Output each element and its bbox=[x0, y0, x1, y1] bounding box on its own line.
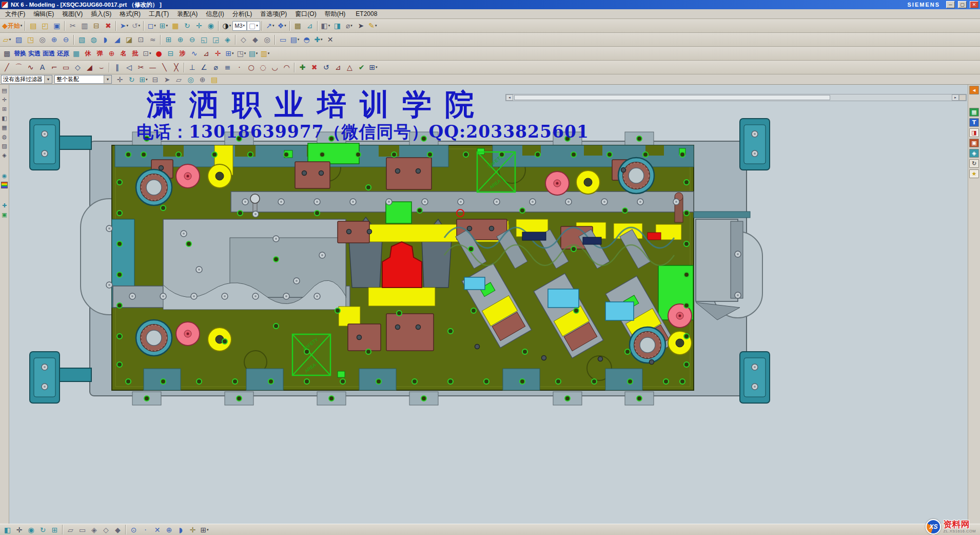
undo-sketch-button[interactable]: ↺ bbox=[320, 62, 332, 73]
hatch-tool-icon[interactable]: ▨ bbox=[1, 142, 9, 150]
new-file-button[interactable]: ▤ bbox=[27, 20, 39, 32]
delete-button[interactable]: ✖ bbox=[102, 20, 114, 32]
center-mark-button[interactable]: ⊕ bbox=[106, 48, 117, 60]
sketch-diamond-button[interactable]: ◇ bbox=[72, 62, 84, 73]
highlight-toggle[interactable]: ◎ bbox=[185, 73, 197, 85]
view-group-selector[interactable]: M3▾ bbox=[232, 21, 247, 31]
minimize-button[interactable]: ─ bbox=[946, 1, 955, 8]
sketch-wedge-button[interactable]: ◢ bbox=[84, 62, 95, 73]
sketch-line-button[interactable]: ╱ bbox=[1, 62, 13, 73]
trim-body-button[interactable]: ◪ bbox=[123, 34, 135, 46]
face-transparent-button[interactable]: 面透 bbox=[42, 48, 56, 60]
view-menu-button[interactable]: ⊞▾ bbox=[158, 20, 169, 32]
assembly-constraints-button[interactable]: ❖▾ bbox=[276, 20, 288, 32]
wave-geometry-button[interactable]: ▩ bbox=[292, 20, 304, 32]
interference-button[interactable]: 涉 bbox=[177, 48, 188, 60]
finish-sketch-button[interactable]: ✔ bbox=[356, 62, 367, 73]
part-navigator-tab[interactable]: ◨ bbox=[969, 128, 979, 137]
menu-item[interactable]: 帮助(H) bbox=[321, 10, 350, 18]
wireframe-toggle[interactable]: ⊟ bbox=[149, 73, 161, 85]
selection-arrow-button[interactable]: ➤ bbox=[355, 20, 367, 32]
guide-bushing-bottom-left[interactable] bbox=[136, 320, 172, 356]
repeat-command-button[interactable]: ➤▾ bbox=[118, 20, 130, 32]
thread-button[interactable]: ≈ bbox=[147, 34, 159, 46]
move-component-button[interactable]: ↗▾ bbox=[264, 20, 276, 32]
green-flag-icon[interactable]: ▣ bbox=[1, 211, 9, 219]
layers-tool-icon[interactable]: ▦ bbox=[1, 123, 9, 131]
start-menu-button[interactable]: ◆开始▾ bbox=[1, 20, 23, 32]
name-button[interactable]: 名 bbox=[117, 48, 129, 60]
history-tab[interactable]: ↻ bbox=[969, 159, 979, 168]
material-sphere-button[interactable]: ● bbox=[153, 48, 165, 60]
menu-item[interactable]: 格式(R) bbox=[115, 10, 145, 18]
pan-bottom-button[interactable]: ✛ bbox=[13, 525, 25, 535]
convex-arc-button[interactable]: ◠ bbox=[281, 62, 292, 73]
subtract-button[interactable]: ⊖ bbox=[60, 34, 72, 46]
wave-link-button[interactable]: ∿ bbox=[188, 48, 200, 60]
color-spectrum-tool[interactable] bbox=[0, 181, 9, 189]
maximize-button[interactable]: ▢ bbox=[958, 1, 967, 8]
concave-arc-button[interactable]: ◡ bbox=[269, 62, 281, 73]
zoom-in-button[interactable]: ⊕ bbox=[174, 34, 186, 46]
close-button[interactable]: ✕ bbox=[970, 1, 978, 8]
window-layout-button[interactable]: ◧▾ bbox=[320, 20, 331, 32]
copy-button[interactable]: ▥ bbox=[79, 20, 90, 32]
circle-tool-button[interactable]: ○ bbox=[245, 62, 257, 73]
spring-button[interactable]: 弹 bbox=[94, 48, 106, 60]
menu-item[interactable]: 窗口(O) bbox=[291, 10, 320, 18]
cut-button[interactable]: ✂ bbox=[67, 20, 79, 32]
paste-button[interactable]: ⊟ bbox=[90, 20, 102, 32]
sketch-corner-button[interactable]: ⌐ bbox=[48, 62, 60, 73]
solid-transparent-button[interactable]: 实透 bbox=[27, 48, 42, 60]
corner-clamp-top-right[interactable] bbox=[740, 119, 770, 170]
snap-center-button[interactable]: ⊕ bbox=[163, 525, 175, 535]
menu-item[interactable]: 工具(T) bbox=[145, 10, 173, 18]
layer-stack-button[interactable]: ⊟ bbox=[165, 48, 177, 60]
chevron-down-icon[interactable]: ▼ bbox=[44, 75, 52, 83]
plane-tool-button[interactable]: ▱ bbox=[173, 73, 185, 85]
nav-cube-button[interactable]: ◧ bbox=[2, 525, 13, 535]
half-view-icon[interactable]: ◧ bbox=[1, 114, 9, 122]
tile-windows-button[interactable]: ▤▾ bbox=[289, 34, 301, 46]
menu-item-et2008[interactable]: ET2008 bbox=[349, 10, 383, 17]
open-button[interactable]: ◰ bbox=[39, 20, 51, 32]
scroll-left-button[interactable]: ◂ bbox=[506, 94, 513, 101]
corner-clamp-top-left[interactable] bbox=[30, 119, 91, 170]
menu-item[interactable]: 装配(A) bbox=[173, 10, 202, 18]
restore-display-button[interactable]: 还原 bbox=[56, 48, 70, 60]
rotate-view-button[interactable]: ↻ bbox=[181, 20, 193, 32]
datum-bottom-button[interactable]: ✛ bbox=[187, 525, 199, 535]
circle-tool-icon[interactable]: ◍ bbox=[1, 132, 9, 141]
chamfer-button[interactable]: ◢ bbox=[111, 34, 123, 46]
top-view-button[interactable]: ◲ bbox=[210, 34, 222, 46]
sketch-arc-button[interactable]: ⌒ bbox=[13, 62, 25, 73]
sketch-mirror-button[interactable]: ◁ bbox=[123, 62, 135, 73]
fit-view-button[interactable]: ⊞▾ bbox=[138, 73, 149, 85]
sketch-trim-button[interactable]: ✂ bbox=[135, 62, 147, 73]
sketch-task-button[interactable]: ▨ bbox=[13, 34, 25, 46]
suppress-button[interactable]: 休 bbox=[82, 48, 94, 60]
sketch-offset-button[interactable]: ∥ bbox=[111, 62, 123, 73]
move-tool-icon[interactable]: ✛ bbox=[1, 95, 9, 104]
assembly-navigator-tab[interactable]: ▦ bbox=[969, 108, 979, 117]
menu-item[interactable]: 插入(S) bbox=[87, 10, 115, 18]
info-window-button[interactable]: ◓ bbox=[301, 34, 312, 46]
selection-filter-dropdown[interactable]: 没有选择过滤器 ▼ bbox=[1, 75, 52, 84]
extrude-button[interactable]: ◳ bbox=[25, 34, 36, 46]
section-view-button[interactable]: ◨ bbox=[331, 20, 343, 32]
front-view-bottom-button[interactable]: ▱ bbox=[65, 525, 76, 535]
cylinder-feature-button[interactable]: ◍ bbox=[88, 34, 100, 46]
sketch-spline-button[interactable]: ∿ bbox=[25, 62, 36, 73]
point-constructor-button[interactable]: ✚▾ bbox=[312, 34, 324, 46]
palette-tab[interactable]: ★ bbox=[969, 169, 979, 178]
hidden-edge-button[interactable]: ◎ bbox=[261, 34, 273, 46]
zoom-bottom-button[interactable]: ◉ bbox=[25, 525, 37, 535]
diamond-tool-icon[interactable]: ◈ bbox=[1, 151, 9, 159]
menu-item[interactable]: 文件(F) bbox=[1, 10, 29, 18]
scrollbar-thumb[interactable] bbox=[514, 95, 830, 100]
snap-midpoint-button[interactable]: ⊙ bbox=[128, 525, 140, 535]
selection-scope-dropdown[interactable]: 整个装配 ▼ bbox=[54, 75, 112, 84]
perpendicular-constraint-button[interactable]: ⊥ bbox=[186, 62, 198, 73]
zoom-view-button[interactable]: ◉ bbox=[205, 20, 217, 32]
add-geometry-button[interactable]: ✚ bbox=[297, 62, 308, 73]
